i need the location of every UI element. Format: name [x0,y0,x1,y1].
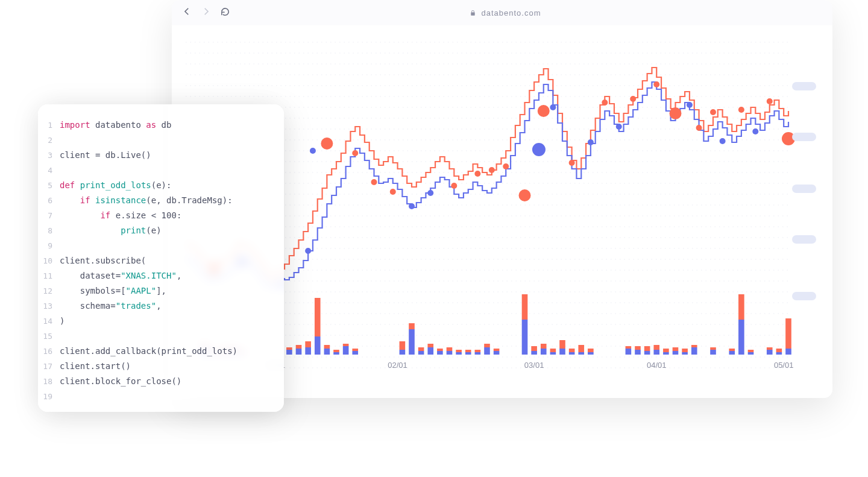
volume-bar-red [767,347,773,350]
code-content: import databento as db [60,118,171,133]
line-number: 12 [38,283,60,299]
code-content: if e.size < 100: [60,208,181,223]
y-axis-pill [792,185,816,193]
volume-bar-blue [550,352,556,355]
line-number: 13 [38,299,60,314]
code-line: 8 print(e) [38,223,284,238]
volume-bar-red [578,345,584,352]
line-number: 10 [38,253,60,268]
trade-dot-blue [752,128,758,134]
volume-bar-red [541,344,547,349]
line-number: 5 [38,178,60,193]
reload-button[interactable] [220,7,230,19]
line-number: 11 [38,268,60,283]
volume-bar-red [663,349,669,352]
volume-bar-red [691,345,697,347]
trade-dot-blue [310,148,316,154]
volume-bar-red [427,344,433,347]
code-line: 17client.start() [38,359,284,374]
browser-toolbar: databento.com [172,0,832,25]
volume-bar-red [673,347,679,351]
code-line: 14) [38,314,284,329]
line-number: 2 [38,133,60,148]
trade-dot-blue [720,138,726,144]
trade-dot-red [767,98,773,104]
line-number: 14 [38,314,60,329]
volume-bar-red [550,349,556,352]
trade-dot-red [451,183,457,189]
address-bar[interactable]: databento.com [470,8,541,17]
trade-dot-red [321,137,333,150]
y-axis-pill [792,133,816,141]
volume-bar-blue [400,350,406,355]
volume-bar-red [437,349,443,351]
volume-bar-blue [409,329,415,355]
trade-dot-red [519,189,531,201]
code-line: 1import databento as db [38,118,284,133]
volume-bar-blue [343,346,349,355]
trade-dot-blue [550,104,556,110]
x-tick-label: 04/01 [647,361,667,370]
volume-bar-blue [738,320,744,355]
trade-dot-red [352,150,358,156]
volume-bar-blue [691,347,697,355]
volume-bar-red [315,298,321,336]
volume-bar-blue [447,351,453,355]
trade-dot-blue [687,102,693,108]
volume-bar-blue [673,351,679,355]
volume-bar-red [484,344,490,347]
code-line: 10client.subscribe( [38,253,284,268]
volume-bar-blue [475,352,481,355]
volume-bar-red [343,344,349,346]
volume-bar-red [475,350,481,352]
code-content: schema="trades", [60,299,162,314]
x-tick-label: 05/01 [774,361,794,370]
trade-dot-blue [305,248,311,254]
volume-bar-red [729,349,735,351]
line-number: 1 [38,118,60,133]
volume-bar-blue [484,347,490,355]
trade-dot-red [503,163,509,169]
code-line: 2 [38,133,284,148]
volume-bar-red [644,346,650,351]
code-content: symbols=["AAPL"], [60,283,166,299]
volume-bar-red [785,318,791,349]
code-line: 11 dataset="XNAS.ITCH", [38,268,284,283]
trade-dot-red [538,105,550,117]
volume-bar-blue [456,352,462,355]
volume-bar-red [305,341,311,347]
volume-bar-blue [333,352,339,355]
volume-bar-red [626,346,632,349]
code-content: dataset="XNAS.ITCH", [60,268,181,283]
line-number: 3 [38,148,60,163]
volume-bar-red [682,349,688,352]
volume-bar-red [710,347,716,350]
volume-bar-blue [494,351,500,355]
volume-bar-red [531,346,537,351]
volume-bar-red [456,350,462,352]
back-button[interactable] [181,6,192,19]
trade-dot-blue [427,190,433,196]
trade-dot-red [738,107,744,113]
volume-bar-blue [531,351,537,355]
code-content: client.add_callback(print_odd_lots) [60,344,237,359]
line-number: 9 [38,238,60,253]
volume-bar-blue [635,350,641,355]
trade-dot-red [653,81,659,87]
volume-bar-red [418,347,424,351]
trade-dot-red [569,160,575,166]
url-text: databento.com [481,8,541,17]
code-line: 16client.add_callback(print_odd_lots) [38,344,284,359]
trade-dot-blue [409,203,415,209]
forward-button[interactable] [201,6,212,19]
volume-bar-blue [324,349,330,355]
code-editor-panel: 1import databento as db23client = db.Liv… [38,104,284,412]
volume-bar-blue [305,347,311,355]
volume-bar-blue [541,349,547,355]
code-content: client.subscribe( [60,253,146,268]
volume-bar-red [296,345,302,349]
trade-dot-red [630,96,636,102]
code-line: 6 if isinstance(e, db.TradeMsg): [38,193,284,208]
trade-dot-red [710,109,716,115]
volume-bar-red [324,345,330,349]
